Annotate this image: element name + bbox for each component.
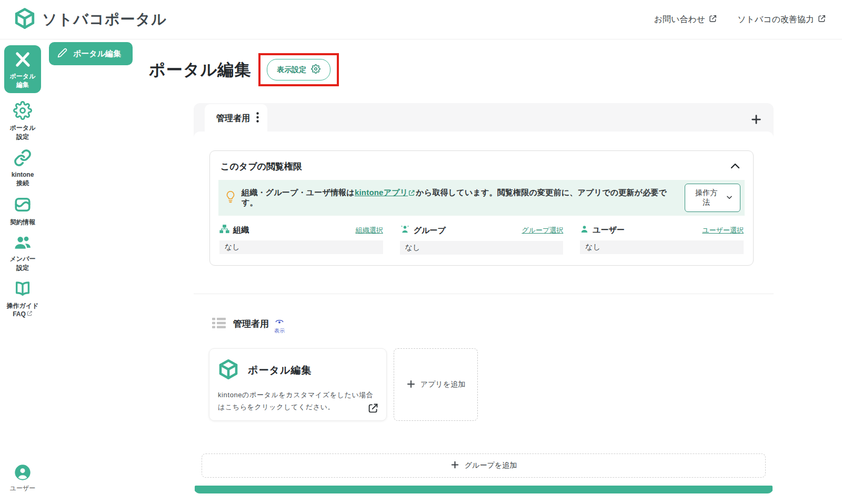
add-app-button[interactable]: アプリを追加 (394, 348, 478, 421)
sidebar-item-label: 契約情報 (3, 218, 42, 226)
group-value: なし (400, 241, 564, 255)
group-select-link[interactable]: グループ選択 (522, 226, 563, 235)
external-link-icon (818, 14, 826, 25)
tab-admin[interactable]: 管理者用 (205, 104, 267, 132)
inbox-icon (3, 195, 42, 216)
sidebar-item-guide-faq[interactable]: 操作ガイド FAQ (3, 280, 42, 318)
edit-tools-icon (5, 51, 40, 70)
drag-handle-icon[interactable] (212, 317, 226, 331)
flyout-label: ポータル編集 (73, 49, 121, 59)
org-icon (219, 225, 229, 236)
tab-permissions-card: このタブの閲覧権限 組織・グループ・ユーザ情報はkintoneアプリから取得して… (209, 150, 754, 266)
sidebar-item-label: ポータル設定 (3, 124, 42, 140)
lightbulb-icon (225, 190, 236, 206)
update-portal-button[interactable]: ポータルを更新する (195, 486, 773, 493)
chevron-up-icon[interactable] (729, 160, 741, 173)
kebab-menu-icon[interactable] (256, 112, 259, 125)
tab-panel-container: 管理者用 このタブの閲覧権限 (194, 103, 774, 493)
annotation-red-box: 表示設定 (258, 53, 339, 86)
kintone-app-link[interactable]: kintoneアプリ (355, 188, 408, 197)
app-card-title: ポータル編集 (248, 364, 312, 377)
sidebar-item-portal-edit[interactable]: ポータル編集 (4, 45, 41, 93)
org-value: なし (219, 240, 383, 254)
external-link-icon (709, 14, 717, 25)
notice-text: 組織・グループ・ユーザ情報はkintoneアプリから取得しています。閲覧権限の変… (242, 188, 679, 208)
cube-logo-icon (218, 359, 239, 382)
user-value: なし (580, 240, 744, 254)
org-select-link[interactable]: 組織選択 (356, 226, 383, 235)
app-card-portal-edit[interactable]: ポータル編集 kintoneのポータルをカスタマイズをしたい場合はこちらをクリッ… (209, 348, 387, 421)
chevron-down-icon (726, 194, 733, 203)
external-link-icon (408, 189, 415, 198)
sidebar-user-label: ユーザー (10, 484, 36, 492)
sidebar-item-member-settings[interactable]: メンバー設定 (3, 234, 42, 271)
feedback-link[interactable]: ソトバコの改善協力 (737, 14, 826, 25)
section-divider (194, 294, 774, 294)
user-avatar-icon (14, 473, 31, 482)
visibility-label: 表示 (274, 327, 285, 335)
sidebar-item-portal-settings[interactable]: ポータル設定 (3, 101, 42, 140)
sidebar-item-label: kintone接続 (3, 170, 42, 187)
external-link-icon (368, 402, 379, 414)
group-name: 管理者用 (233, 318, 269, 330)
howto-dropdown-button[interactable]: 操作方法 (685, 184, 740, 212)
sidebar-flyout-portal-edit[interactable]: ポータル編集 (49, 42, 133, 65)
page-title: ポータル編集 (149, 59, 251, 81)
tab-label: 管理者用 (216, 113, 250, 124)
permission-col-group: グループ グループ選択 なし (400, 225, 564, 255)
user-icon (580, 225, 589, 236)
user-select-link[interactable]: ユーザー選択 (702, 226, 744, 235)
contact-link[interactable]: お問い合わせ (654, 14, 718, 25)
external-link-icon (26, 310, 33, 318)
sidebar-item-label: 操作ガイド FAQ (3, 301, 42, 318)
sidebar-item-kintone-connect[interactable]: kintone接続 (3, 149, 42, 187)
sidebar-item-label: ポータル編集 (5, 72, 40, 89)
sidebar: ポータル編集 ポータル設定 kintone接続 契約情報 メンバー設定 (0, 39, 45, 504)
sidebar-item-user[interactable]: ユーザー (10, 464, 36, 492)
tab-content-panel: このタブの閲覧権限 組織・グループ・ユーザ情報はkintoneアプリから取得して… (194, 132, 774, 493)
app-logo: ソトバコポータル (14, 7, 167, 32)
sidebar-item-contract-info[interactable]: 契約情報 (3, 195, 42, 226)
app-header: ソトバコポータル お問い合わせ ソトバコの改善協力 (0, 0, 842, 39)
app-title: ソトバコポータル (42, 9, 167, 29)
permissions-title: このタブの閲覧権限 (220, 160, 302, 173)
book-icon (3, 280, 42, 300)
plus-icon (406, 379, 416, 390)
group-icon (400, 225, 410, 236)
main-content: ポータル編集 表示設定 管理者用 (45, 39, 842, 504)
plus-icon (450, 460, 459, 471)
permission-col-user: ユーザー ユーザー選択 なし (580, 225, 744, 255)
display-settings-button[interactable]: 表示設定 (267, 59, 330, 80)
add-tab-button[interactable] (750, 114, 762, 125)
link-icon (3, 149, 42, 169)
eye-icon (275, 317, 284, 327)
sidebar-item-label: メンバー設定 (3, 255, 42, 271)
people-icon (3, 234, 42, 253)
add-group-button[interactable]: グループを追加 (202, 453, 766, 478)
gear-icon (3, 101, 42, 122)
permissions-notice-banner: 組織・グループ・ユーザ情報はkintoneアプリから取得しています。閲覧権限の変… (218, 180, 745, 216)
permission-col-org: 組織 組織選択 なし (219, 225, 383, 255)
visibility-toggle[interactable]: 表示 (274, 317, 285, 335)
pencil-icon (57, 48, 67, 59)
cube-logo-icon (14, 7, 36, 32)
app-card-description: kintoneのポータルをカスタマイズをしたい場合はこちらをクリックしてください… (218, 389, 374, 414)
gear-icon (311, 64, 320, 75)
tab-bar: 管理者用 (194, 103, 774, 132)
